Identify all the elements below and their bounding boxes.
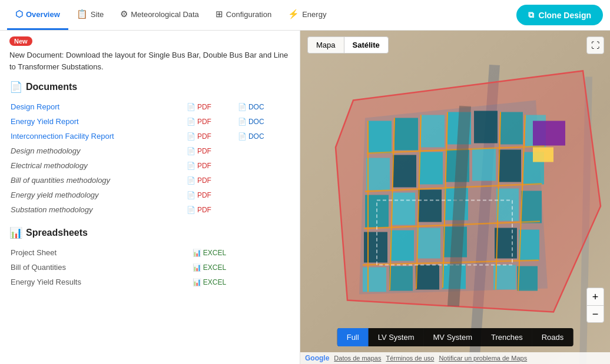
map-panel: Mapa Satélite ⛶ xyxy=(300,31,610,364)
doc-row-design-method: Design methodology 📄 PDF xyxy=(9,143,290,158)
spreadsheet-row-energy: Energy Yield Results 📊 EXCEL xyxy=(9,275,290,289)
doc-label-energy-method: Energy yield methodology xyxy=(9,188,185,202)
svg-rect-31 xyxy=(363,268,386,292)
layer-btn-mv[interactable]: MV System xyxy=(424,328,482,346)
svg-rect-33 xyxy=(416,265,439,290)
overview-icon: ⬡ xyxy=(15,9,23,19)
nav-item-energy[interactable]: ⚡ Energy xyxy=(280,0,334,30)
clone-icon: ⧉ xyxy=(528,10,534,20)
map-data-link[interactable]: Datos de mapas xyxy=(334,355,381,362)
map-zoom-controls: + − xyxy=(586,288,604,323)
doc-row-interconnection: Interconnection Facility Report 📄 PDF 📄 … xyxy=(9,129,290,143)
terms-link[interactable]: Términos de uso xyxy=(386,355,434,362)
svg-rect-26 xyxy=(390,231,414,261)
doc-row-bill-method: Bill of quantities methodology 📄 PDF xyxy=(9,173,290,188)
nav-label-overview: Overview xyxy=(26,10,60,19)
svg-rect-49 xyxy=(533,148,553,162)
map-image xyxy=(300,31,610,364)
nav-label-site: Site xyxy=(91,10,104,19)
svg-rect-21 xyxy=(418,190,442,222)
svg-rect-7 xyxy=(421,115,445,148)
svg-rect-9 xyxy=(474,111,498,143)
svg-rect-24 xyxy=(521,191,542,223)
map-overlay-svg xyxy=(300,31,610,364)
doc-label-substation-method: Substation methodology xyxy=(9,202,185,217)
svg-rect-20 xyxy=(392,193,415,225)
documents-title: Documents xyxy=(26,82,77,92)
interconnection-doc[interactable]: 📄 DOC xyxy=(238,132,264,141)
config-icon: ⊞ xyxy=(216,9,223,19)
doc-row-energy-yield: Energy Yield Report 📄 PDF 📄 DOC xyxy=(9,114,290,129)
svg-rect-30 xyxy=(519,230,539,261)
spreadsheets-title: Spreadsheets xyxy=(26,228,88,238)
layer-btn-trenches[interactable]: Trenches xyxy=(482,328,532,346)
doc-label-electrical-method: Electrical methodology xyxy=(9,158,185,173)
left-panel: New New Document: Download the layout fo… xyxy=(0,31,300,364)
electrical-method-pdf[interactable]: 📄 PDF xyxy=(187,162,211,170)
svg-rect-36 xyxy=(517,266,538,291)
layer-btn-full[interactable]: Full xyxy=(337,328,369,346)
zoom-in-button[interactable]: + xyxy=(586,288,604,305)
interconnection-pdf[interactable]: 📄 PDF xyxy=(187,132,211,141)
doc-label-energy-yield[interactable]: Energy Yield Report xyxy=(9,114,185,129)
doc-label-bill-method: Bill of quantities methodology xyxy=(9,173,185,188)
energy-yield-pdf[interactable]: 📄 PDF xyxy=(187,118,211,126)
top-navigation: ⬡ Overview 📋 Site ⚙ Meteorological Data … xyxy=(0,0,610,31)
design-method-pdf[interactable]: 📄 PDF xyxy=(187,147,211,155)
nav-item-meteorological[interactable]: ⚙ Meteorological Data xyxy=(112,0,207,30)
doc-row-electrical-method: Electrical methodology 📄 PDF xyxy=(9,158,290,173)
fullscreen-icon: ⛶ xyxy=(591,41,599,50)
spreadsheet-row-project: Project Sheet 📊 EXCEL xyxy=(9,245,290,260)
svg-rect-16 xyxy=(472,149,496,181)
spreadsheet-row-bill: Bill of Quantities 📊 EXCEL xyxy=(9,260,290,275)
substation-method-pdf[interactable]: 📄 PDF xyxy=(187,206,211,214)
svg-rect-29 xyxy=(495,228,517,259)
documents-table: Design Report 📄 PDF 📄 DOC Energy Yield R… xyxy=(9,99,290,217)
nav-item-site[interactable]: 📋 Site xyxy=(68,0,112,30)
zoom-out-button[interactable]: − xyxy=(586,305,604,323)
nav-label-meteo: Meteorological Data xyxy=(131,10,199,19)
doc-label-design-method: Design methodology xyxy=(9,143,185,158)
svg-rect-5 xyxy=(368,121,392,153)
new-doc-description: New Document: Download the layout for Si… xyxy=(9,49,290,72)
spreadsheets-section-header: 📊 Spreadsheets xyxy=(9,226,290,239)
map-toggle-mapa[interactable]: Mapa xyxy=(307,36,344,54)
svg-rect-10 xyxy=(500,112,523,145)
design-report-pdf[interactable]: 📄 PDF xyxy=(187,103,211,111)
bill-method-pdf[interactable]: 📄 PDF xyxy=(187,176,211,185)
spreadsheet-label-project: Project Sheet xyxy=(9,245,191,260)
energy-yield-doc[interactable]: 📄 DOC xyxy=(238,118,264,126)
main-layout: New New Document: Download the layout fo… xyxy=(0,31,610,364)
spreadsheet-label-bill: Bill of Quantities xyxy=(9,260,191,275)
design-report-doc[interactable]: 📄 DOC xyxy=(238,103,264,111)
layer-btn-roads[interactable]: Roads xyxy=(532,328,573,346)
layer-btn-lv[interactable]: LV System xyxy=(369,328,424,346)
meteo-icon: ⚙ xyxy=(120,9,128,19)
google-attribution-bar: Google Datos de mapas Términos de uso No… xyxy=(300,352,610,364)
clone-label: Clone Design xyxy=(539,11,591,20)
svg-rect-27 xyxy=(417,228,440,259)
spreadsheets-table: Project Sheet 📊 EXCEL Bill of Quantities… xyxy=(9,245,290,289)
energy-method-pdf[interactable]: 📄 PDF xyxy=(187,191,211,199)
svg-rect-6 xyxy=(394,118,418,151)
nav-label-config: Configuration xyxy=(226,10,271,19)
svg-rect-13 xyxy=(393,155,416,188)
energy-yield-excel[interactable]: 📊 EXCEL xyxy=(193,278,227,286)
bill-quantities-excel[interactable]: 📊 EXCEL xyxy=(193,263,227,272)
site-icon: 📋 xyxy=(77,9,88,19)
doc-label-interconnection[interactable]: Interconnection Facility Report xyxy=(9,129,185,143)
doc-label-design-report[interactable]: Design Report xyxy=(9,99,185,114)
project-sheet-excel[interactable]: 📊 EXCEL xyxy=(193,249,227,257)
map-fullscreen-button[interactable]: ⛶ xyxy=(586,36,604,54)
nav-item-overview[interactable]: ⬡ Overview xyxy=(7,0,68,30)
clone-design-button[interactable]: ⧉ Clone Design xyxy=(516,5,603,25)
svg-rect-14 xyxy=(419,152,443,185)
energy-icon: ⚡ xyxy=(288,9,299,19)
doc-row-energy-method: Energy yield methodology 📄 PDF xyxy=(9,188,290,202)
svg-rect-48 xyxy=(533,121,565,146)
nav-item-configuration[interactable]: ⊞ Configuration xyxy=(207,0,280,30)
map-toggle-satelite[interactable]: Satélite xyxy=(344,36,389,54)
doc-row-substation-method: Substation methodology 📄 PDF xyxy=(9,202,290,217)
report-link[interactable]: Notificar un problema de Maps xyxy=(439,355,527,362)
svg-rect-32 xyxy=(389,266,413,291)
